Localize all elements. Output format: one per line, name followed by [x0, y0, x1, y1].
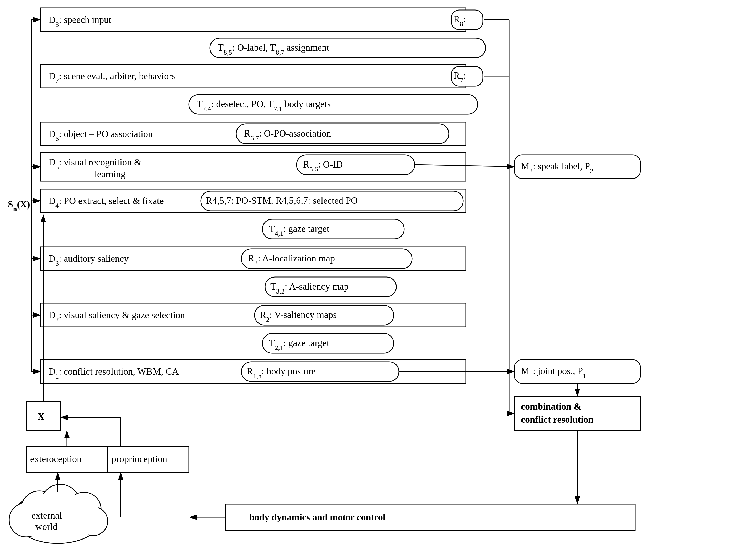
combination-label2: conflict resolution — [521, 414, 593, 425]
X-label: X — [38, 411, 44, 422]
diagram-container: D8: speech input R8: T8,5: O-label, T8,7… — [0, 0, 733, 560]
combination-label1: combination & — [521, 401, 582, 412]
body-dynamics-label: body dynamics and motor control — [249, 512, 385, 522]
external-world-label2: world — [35, 521, 58, 532]
external-world-cloud: external world — [9, 484, 108, 543]
external-world-label: external — [32, 510, 62, 521]
Sn-label: Sn(X) — [8, 199, 30, 213]
proprioception-label: proprioception — [112, 454, 167, 464]
R4567-label: R4,5,7: PO-STM, R4,5,6,7: selected PO — [206, 195, 358, 206]
svg-point-13 — [80, 508, 104, 532]
D5-label2: learning — [95, 169, 126, 179]
exteroception-label: exteroception — [30, 454, 82, 464]
